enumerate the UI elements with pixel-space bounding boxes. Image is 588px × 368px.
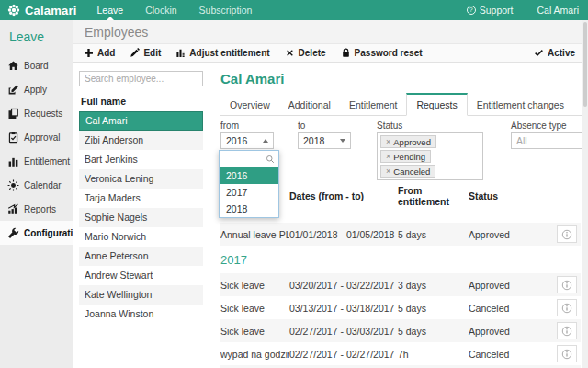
request-row: Sick leave03/20/2017 - 03/22/20173 daysA… (220, 273, 581, 296)
from-year-dropdown: 201620172018 (219, 150, 279, 218)
search-employee-input[interactable] (79, 71, 203, 86)
tab-entitlement[interactable]: Entitlement (340, 95, 407, 115)
tab-entitlement-changes[interactable]: Entitlement changes (468, 95, 573, 115)
sidebar-item-requests[interactable]: Requests (0, 101, 73, 125)
password-reset-button[interactable]: Password reset (341, 48, 423, 58)
info-button[interactable] (557, 322, 577, 339)
status-filter-label: Status (377, 121, 483, 131)
employee-panel: Full name Cal AmariZibi AndersonBart Jen… (74, 63, 209, 368)
active-filter-button[interactable]: Active (534, 48, 575, 58)
top-nav-subscription[interactable]: Subscription (188, 0, 264, 20)
tab-additional[interactable]: Additional (279, 95, 340, 115)
dropdown-option-2018[interactable]: 2018 (220, 201, 278, 217)
adjust-bars-icon (175, 48, 186, 58)
entitlement-cell: 5 days (398, 229, 469, 240)
status-cell: Approved (469, 280, 549, 291)
employee-row[interactable]: Bart Jenkins (79, 150, 203, 169)
pencil-icon (130, 48, 140, 58)
status-tags-box[interactable]: ×Approved×Pending×Canceled (377, 132, 483, 180)
leave-type-cell: Annual leave PL (220, 229, 289, 240)
help-circle-icon: ? (467, 6, 476, 15)
employee-row[interactable]: Anne Peterson (79, 247, 203, 266)
main-shell: Leave BoardApplyRequestsApprovalEntitlem… (0, 20, 588, 368)
app-window: Calamari LeaveClockinSubscription ? Supp… (0, 0, 588, 368)
status-tag-pending[interactable]: ×Pending (380, 150, 431, 163)
leave-type-cell: wypad na godzine (220, 349, 289, 360)
info-button[interactable] (557, 276, 577, 293)
adjust-entitlement-button[interactable]: Adjust entitlement (175, 48, 269, 58)
employee-row[interactable]: Andrew Stewart (79, 266, 203, 285)
top-nav-leave[interactable]: Leave (86, 0, 135, 20)
sidebar-item-reports[interactable]: Reports (0, 197, 73, 221)
employee-row[interactable]: Kate Wellington (79, 285, 203, 305)
employee-row[interactable]: Cal Amari (79, 111, 203, 131)
to-filter: to 2018 (298, 121, 351, 180)
delete-button[interactable]: Delete (285, 48, 326, 58)
sidebar-item-apply[interactable]: Apply (0, 77, 73, 101)
sidebar-item-board[interactable]: Board (0, 53, 73, 77)
page-header: Employees (74, 20, 588, 43)
remove-tag-icon[interactable]: × (386, 152, 390, 161)
check-icon (534, 48, 544, 58)
status-tag-approved[interactable]: ×Approved (380, 135, 436, 148)
employee-row[interactable]: Veronica Lening (79, 169, 203, 189)
add-button[interactable]: Add (84, 48, 115, 58)
caret-up-icon (263, 139, 268, 143)
toolbar-right: Active (534, 45, 575, 62)
remove-tag-icon[interactable]: × (386, 167, 390, 176)
status-tag-canceled[interactable]: ×Canceled (380, 165, 435, 178)
page-scrollbar[interactable] (582, 20, 588, 368)
dropdown-search (220, 151, 278, 167)
from-filter: from 2016 (220, 121, 274, 180)
tab-requests[interactable]: Requests (406, 93, 467, 116)
info-button[interactable] (557, 345, 577, 362)
scrollbar-thumb[interactable] (583, 22, 587, 107)
brand[interactable]: Calamari (0, 4, 86, 17)
calamari-logo-icon (7, 4, 20, 17)
sidebar-item-label: Reports (24, 204, 56, 214)
employee-row[interactable]: Sophie Nagels (79, 208, 203, 227)
sidebar-item-configuration[interactable]: Configuration (0, 221, 73, 245)
tab-overview[interactable]: Overview (220, 95, 279, 115)
to-filter-label: to (298, 121, 351, 131)
employee-row[interactable]: Zibi Anderson (79, 131, 203, 150)
support-link[interactable]: ? Support (467, 5, 514, 16)
sun-icon (7, 179, 19, 191)
absence-type-filter: Absence type (511, 121, 588, 180)
requests-table-body: Annual leave PL01/01/2018 - 01/05/20185 … (220, 204, 581, 368)
remove-tag-icon[interactable]: × (386, 137, 390, 146)
edit-button[interactable]: Edit (130, 48, 161, 58)
sidebar-item-entitlement[interactable]: Entitlement (0, 149, 73, 173)
dropdown-option-2017[interactable]: 2017 (220, 184, 278, 201)
leave-type-cell: Sick leave (220, 326, 289, 337)
employee-row[interactable]: Mario Norwich (79, 227, 203, 247)
employee-list: Cal AmariZibi AndersonBart JenkinsVeroni… (79, 111, 203, 324)
request-row: Sick leave02/27/2017 - 03/03/20175 daysA… (220, 319, 581, 342)
status-tag-label: Approved (393, 137, 431, 147)
year-search-input[interactable] (223, 154, 266, 164)
add-button-label: Add (97, 48, 115, 58)
employee-row[interactable]: Joanna Winston (79, 305, 203, 324)
absence-type-input[interactable] (511, 132, 588, 149)
from-year-select[interactable]: 2016 (220, 132, 274, 149)
to-year-select[interactable]: 2018 (298, 132, 351, 149)
user-menu[interactable]: Cal Amari (537, 5, 579, 16)
top-nav-clockin[interactable]: Clockin (134, 0, 187, 20)
info-button[interactable] (557, 225, 577, 243)
sidebar-item-approval[interactable]: Approval (0, 125, 73, 149)
from-year-value: 2016 (226, 135, 247, 146)
info-button[interactable] (557, 299, 577, 316)
dates-cell: 03/13/2017 - 03/18/2017 (289, 303, 398, 314)
request-row: Annual leave PL01/01/2018 - 01/05/20185 … (220, 223, 581, 246)
full-name-column-header: Full name (81, 96, 201, 107)
employee-row[interactable]: Tarja Maders (79, 189, 203, 208)
absence-type-label: Absence type (511, 121, 588, 131)
sidebar-item-calendar[interactable]: Calendar (0, 173, 73, 197)
brand-name: Calamari (25, 4, 77, 17)
sidebar-item-label: Requests (24, 109, 62, 119)
delete-button-label: Delete (299, 48, 326, 58)
request-row: wypad na godzine02/27/2017 - 02/27/20177… (220, 342, 581, 365)
sidebar-item-label: Board (24, 61, 49, 71)
info-cell (549, 345, 577, 362)
dropdown-option-2016[interactable]: 2016 (220, 167, 278, 184)
